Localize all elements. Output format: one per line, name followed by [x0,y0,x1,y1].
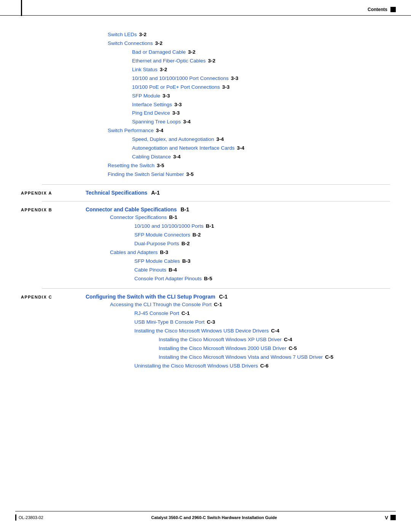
toc-entry-console-port-adapter: Console Port Adapter Pinouts B-5 [134,275,390,283]
toc-link-installing-2000[interactable]: Installing the Cisco Microsoft Windows 2… [159,344,286,353]
toc-link-installing-xp[interactable]: Installing the Cisco Microsoft Windows X… [159,335,282,344]
toc-entry-installing-xp: Installing the Cisco Microsoft Windows X… [159,335,390,344]
toc-entry-link-status: Link Status 3-2 [132,66,390,74]
toc-link-interface-settings[interactable]: Interface Settings [132,101,172,109]
toc-entry-sfp-connectors: SFP Module Connectors B-2 [134,231,390,240]
toc-link-link-status[interactable]: Link Status [132,66,158,74]
toc-link-ping-end-device[interactable]: Ping End Device [132,109,170,118]
toc-entry-uninstalling-usb: Uninstalling the Cisco Microsoft Windows… [134,362,390,371]
toc-link-dual-purpose[interactable]: Dual-Purpose Ports [134,240,179,248]
toc-link-switch-leds[interactable]: Switch LEDs [108,30,137,39]
toc-link-uninstalling-usb[interactable]: Uninstalling the Cisco Microsoft Windows… [134,362,258,371]
toc-page-switch-leds: 3-2 [139,30,147,39]
toc-link-installing-cisco-ms-usb[interactable]: Installing the Cisco Microsoft Windows U… [134,327,269,335]
toc-link-autonegotiation-nic[interactable]: Autonegotiation and Network Interface Ca… [132,144,234,153]
toc-entry-accessing-cli: Accessing the CLI Through the Console Po… [110,300,390,309]
toc-entry-installing-vista-7: Installing the Cisco Microsoft Windows V… [159,353,390,362]
toc-link-switch-connections[interactable]: Switch Connections [108,39,153,48]
toc-page-bad-cable: 3-2 [188,48,196,57]
footer-left: OL-23803-02 [15,514,43,521]
appendix-a-title-page: A-1 [151,190,160,196]
toc-entry-ping-end-device: Ping End Device 3-3 [132,109,390,118]
toc-page-10-100-1000-ports-b: B-1 [206,222,214,231]
toc-page-uninstalling-usb: C-6 [260,362,269,371]
appendix-a-label: APPENDIX A [21,190,86,195]
toc-link-10-100-ports[interactable]: 10/100 and 10/100/1000 Port Connections [132,74,229,83]
toc-page-10-100-ports: 3-3 [231,74,239,83]
footer-content: OL-23803-02 Catalyst 3560-C and 2960-C S… [0,511,411,521]
toc-link-usb-mini-type[interactable]: USB Mini-Type B Console Port [134,318,205,327]
toc-link-sfp-cables[interactable]: SFP Module Cables [134,257,180,266]
toc-page-poe-ports: 3-3 [222,83,230,92]
toc-page-speed-duplex: 3-4 [216,135,224,144]
toc-link-accessing-cli[interactable]: Accessing the CLI Through the Console Po… [110,300,212,309]
toc-link-cabling-distance[interactable]: Cabling Distance [132,153,171,161]
toc-link-switch-performance[interactable]: Switch Performance [108,126,154,135]
toc-entry-switch-performance: Switch Performance 3-4 [108,126,390,135]
appendix-c-label: APPENDIX C [21,294,86,299]
appendix-c-row: APPENDIX C Configuring the Switch with t… [21,294,390,300]
appendix-a-row: APPENDIX A Technical Specifications A-1 [21,190,390,196]
toc-page-sfp-cables: B-3 [182,257,191,266]
toc-link-ethernet-fiber[interactable]: Ethernet and Fiber-Optic Cables [132,57,206,66]
toc-page-sfp-module: 3-3 [162,92,170,101]
toc-page-cable-pinouts: B-4 [169,266,177,275]
toc-link-sfp-connectors[interactable]: SFP Module Connectors [134,231,190,240]
appendix-c-title-link[interactable]: Configuring the Switch with the CLI Setu… [86,294,215,300]
toc-page-link-status: 3-2 [160,66,167,74]
toc-entry-resetting-switch: Resetting the Switch 3-5 [108,161,390,170]
toc-page-ethernet-fiber: 3-2 [208,57,216,66]
toc-entry-speed-duplex: Speed, Duplex, and Autonegotiation 3-4 [132,135,390,144]
toc-page-console-port-adapter: B-5 [204,275,212,283]
appendix-b-title-page: B-1 [181,206,190,212]
toc-link-bad-cable[interactable]: Bad or Damaged Cable [132,48,186,57]
toc-link-cable-pinouts[interactable]: Cable Pinouts [134,266,166,275]
toc-page-cabling-distance: 3-4 [173,153,181,161]
toc-page-switch-connections: 3-2 [155,39,163,48]
toc-page-connector-specs: B-1 [169,213,177,222]
top-border [0,15,411,16]
toc-link-rj45-console[interactable]: RJ-45 Console Port [134,309,179,318]
toc-link-resetting-switch[interactable]: Resetting the Switch [108,161,155,170]
toc-link-installing-vista-7[interactable]: Installing the Cisco Microsoft Windows V… [159,353,323,362]
toc-entry-poe-ports: 10/100 PoE or PoE+ Port Connections 3-3 [132,83,390,92]
toc-link-connector-specs[interactable]: Connector Specifications [110,213,167,222]
footer-page-number: V [385,515,388,521]
toc-link-console-port-adapter[interactable]: Console Port Adapter Pinouts [134,275,202,283]
toc-entry-connector-specs: Connector Specifications B-1 [110,213,390,222]
header-contents-label: Contents [368,7,387,12]
footer-left-bar [15,514,16,521]
toc-link-10-100-1000-ports-b[interactable]: 10/100 and 10/100/1000 Ports [134,222,204,231]
toc-page-autonegotiation-nic: 3-4 [237,144,244,153]
header-black-square [390,7,396,12]
appendix-b-content: Connector Specifications B-1 10/100 and … [86,213,390,283]
toc-entry-cables-adapters: Cables and Adapters B-3 [110,248,390,257]
footer-book-title: Catalyst 3560-C and 2960-C Switch Hardwa… [151,515,277,520]
toc-entry-bad-cable: Bad or Damaged Cable 3-2 [132,48,390,57]
appendix-c-title-page: C-1 [219,294,228,300]
toc-page-installing-vista-7: C-5 [325,353,333,362]
appendix-a-title-container: Technical Specifications A-1 [86,190,160,196]
toc-entry-ethernet-fiber: Ethernet and Fiber-Optic Cables 3-2 [132,57,390,66]
appendix-b-title-link[interactable]: Connector and Cable Specifications [86,206,177,212]
toc-link-speed-duplex[interactable]: Speed, Duplex, and Autonegotiation [132,135,214,144]
toc-link-poe-ports[interactable]: 10/100 PoE or PoE+ Port Connections [132,83,220,92]
toc-page-resetting-switch: 3-5 [157,161,164,170]
toc-page-installing-2000: C-5 [288,344,297,353]
toc-link-finding-serial[interactable]: Finding the Switch Serial Number [108,170,184,179]
footer-right: V [385,515,396,521]
toc-page-cables-adapters: B-3 [160,248,168,257]
toc-link-spanning-tree[interactable]: Spanning Tree Loops [132,118,181,126]
toc-page-switch-performance: 3-4 [156,126,164,135]
toc-section-top: Switch LEDs 3-2 Switch Connections 3-2 B… [21,30,390,179]
toc-entry-10-100-ports: 10/100 and 10/100/1000 Port Connections … [132,74,390,83]
toc-entry-installing-cisco-ms-usb: Installing the Cisco Microsoft Windows U… [134,327,390,335]
appendix-b-row: APPENDIX B Connector and Cable Specifica… [21,206,390,212]
toc-entry-autonegotiation-nic: Autonegotiation and Network Interface Ca… [132,144,390,153]
appendix-b-label: APPENDIX B [21,206,86,212]
toc-link-sfp-module[interactable]: SFP Module [132,92,160,101]
toc-link-cables-adapters[interactable]: Cables and Adapters [110,248,158,257]
appendix-a-title-link[interactable]: Technical Specifications [86,190,147,196]
page-footer: OL-23803-02 Catalyst 3560-C and 2960-C S… [0,511,411,521]
toc-page-installing-cisco-ms-usb: C-4 [271,327,279,335]
